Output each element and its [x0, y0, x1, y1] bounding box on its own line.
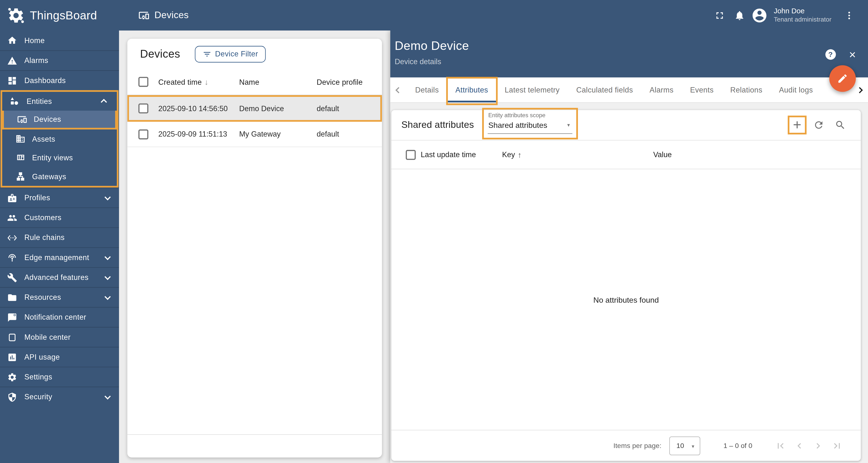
resources-folder-icon — [7, 292, 17, 302]
tab-details[interactable]: Details — [407, 77, 447, 102]
device-row-demo-device[interactable]: 2025-09-10 14:56:50 Demo Device default — [127, 95, 382, 122]
sidebar-item-alarms[interactable]: Alarms — [0, 51, 119, 70]
select-all-checkbox[interactable] — [138, 77, 148, 87]
profiles-badge-icon — [7, 193, 17, 203]
device-filter-button[interactable]: Device Filter — [194, 45, 266, 62]
assets-building-icon — [16, 134, 26, 144]
sidebar-item-assets[interactable]: Assets — [2, 130, 117, 148]
column-last-update-time[interactable]: Last update time — [421, 151, 502, 159]
page-header: Devices — [138, 10, 189, 21]
sidebar-item-edge-management[interactable]: Edge management — [0, 247, 119, 267]
attributes-section: Shared attributes Entity attributes scop… — [391, 103, 868, 463]
first-page-button[interactable] — [771, 436, 790, 455]
entity-views-icon — [16, 153, 26, 163]
sidebar-item-home[interactable]: Home — [0, 31, 119, 51]
tab-calculated-fields[interactable]: Calculated fields — [568, 77, 642, 102]
top-bar: ThingsBoard Devices John Doe Tenant admi… — [0, 0, 868, 31]
page-size-select[interactable]: 10 ▼ — [669, 436, 700, 455]
first-page-icon — [775, 440, 786, 451]
devices-icon — [17, 114, 27, 124]
next-page-button[interactable] — [809, 436, 828, 455]
last-page-icon — [831, 440, 842, 451]
attributes-pagination: Items per page: 10 ▼ 1 – 0 of 0 — [391, 430, 861, 461]
sidebar-item-notification-center[interactable]: Notification center — [0, 307, 119, 327]
pencil-edit-icon — [837, 73, 848, 84]
user-role: Tenant administrator — [774, 16, 831, 24]
devices-table-header: Created time ↓ Name Device profile — [127, 69, 382, 95]
sidebar-item-gateways[interactable]: Gateways — [2, 167, 117, 186]
thingsboard-app: ThingsBoard Devices John Doe Tenant admi… — [0, 0, 868, 463]
security-shield-icon — [7, 392, 17, 402]
details-tabs: Details Attributes Latest telemetry Calc… — [391, 77, 868, 103]
sidebar-item-dashboards[interactable]: Dashboards — [0, 70, 119, 90]
customers-people-icon — [7, 212, 17, 223]
search-button[interactable] — [831, 115, 850, 134]
attributes-title: Shared attributes — [401, 120, 474, 131]
attributes-toolbar: Shared attributes Entity attributes scop… — [391, 110, 861, 140]
sidebar-item-resources[interactable]: Resources — [0, 287, 119, 307]
empty-state-text: No attributes found — [391, 169, 861, 430]
sidebar-item-entities[interactable]: Entities — [2, 92, 117, 111]
top-bar-actions: John Doe Tenant administrator — [710, 5, 868, 25]
last-page-button[interactable] — [828, 436, 846, 455]
column-device-profile[interactable]: Device profile — [317, 78, 382, 86]
devices-page-icon — [138, 10, 150, 21]
sidebar-item-rule-chains[interactable]: Rule chains — [0, 227, 119, 247]
filter-icon — [202, 49, 211, 58]
sidebar-item-api-usage[interactable]: API usage — [0, 347, 119, 367]
column-created-time[interactable]: Created time ↓ — [158, 77, 239, 87]
sidebar-item-profiles[interactable]: Profiles — [0, 188, 119, 207]
mobile-center-icon — [7, 332, 17, 342]
chevron-up-icon — [101, 99, 107, 105]
chevron-down-icon — [104, 393, 111, 399]
page-title: Devices — [154, 10, 188, 21]
refresh-button[interactable] — [809, 115, 828, 134]
row-checkbox[interactable] — [138, 129, 148, 139]
sort-asc-icon: ↑ — [518, 150, 522, 159]
gateways-hub-icon — [16, 171, 26, 181]
column-name[interactable]: Name — [239, 78, 317, 86]
chevron-left-icon — [396, 87, 402, 93]
user-info: John Doe Tenant administrator — [774, 7, 831, 24]
help-button[interactable]: ? — [825, 49, 836, 60]
more-menu-button[interactable] — [839, 5, 859, 25]
tabs-scroll-left-button[interactable] — [391, 77, 407, 102]
fullscreen-button[interactable] — [710, 5, 730, 25]
select-underline — [488, 133, 572, 134]
home-icon — [7, 35, 17, 45]
sort-desc-icon: ↓ — [205, 77, 208, 87]
app-logo[interactable]: ThingsBoard — [0, 6, 119, 24]
user-menu-button[interactable] — [749, 5, 769, 25]
tab-events[interactable]: Events — [682, 77, 722, 102]
attributes-card: Shared attributes Entity attributes scop… — [391, 110, 861, 461]
scope-select[interactable]: Shared attributes — [488, 121, 548, 130]
sidebar-item-settings[interactable]: Settings — [0, 367, 119, 387]
edge-management-icon — [7, 253, 17, 263]
sidebar-item-customers[interactable]: Customers — [0, 207, 119, 227]
sidebar-item-security[interactable]: Security — [0, 387, 119, 406]
settings-gear-icon — [7, 372, 17, 382]
select-all-checkbox[interactable] — [406, 150, 415, 160]
sidebar-item-entity-views[interactable]: Entity views — [2, 148, 117, 167]
column-key[interactable]: Key ↑ — [502, 150, 653, 159]
notifications-button[interactable] — [730, 5, 749, 25]
plus-icon: + — [793, 117, 801, 131]
sidebar-item-advanced-features[interactable]: Advanced features — [0, 267, 119, 287]
alarm-warning-icon — [7, 56, 17, 66]
edit-device-fab[interactable] — [829, 65, 856, 92]
tab-relations[interactable]: Relations — [722, 77, 771, 102]
sidebar-item-devices[interactable]: Devices — [2, 111, 117, 130]
close-button[interactable]: × — [849, 49, 856, 60]
add-attribute-button[interactable]: + — [788, 115, 807, 134]
tab-alarms[interactable]: Alarms — [641, 77, 682, 102]
tab-audit-logs[interactable]: Audit logs — [771, 77, 821, 102]
row-checkbox[interactable] — [138, 103, 148, 113]
chevron-down-icon — [104, 194, 111, 200]
tab-latest-telemetry[interactable]: Latest telemetry — [496, 77, 568, 102]
pagination-nav — [771, 436, 846, 455]
refresh-icon — [813, 120, 825, 131]
sidebar-item-mobile-center[interactable]: Mobile center — [0, 327, 119, 347]
tab-attributes[interactable]: Attributes — [447, 77, 496, 102]
previous-page-button[interactable] — [790, 436, 809, 455]
device-row-my-gateway[interactable]: 2025-09-09 11:51:13 My Gateway default — [127, 122, 382, 147]
